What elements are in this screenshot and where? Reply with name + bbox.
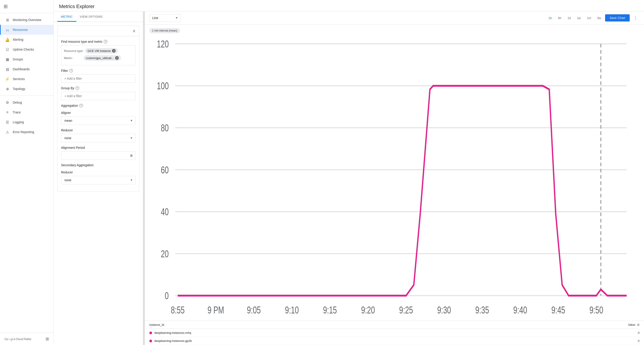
find-resource-label: Find resource type and metric ?: [61, 40, 136, 43]
sidebar-item-label: Groups: [13, 58, 23, 61]
sidebar-nav: ⊞ Monitoring Overview ⚏ Resources 🔔 Aler…: [0, 13, 54, 333]
reducer-label: Reducer: [61, 128, 136, 132]
content-area: METRIC VIEW OPTIONS ∧ Find resource type…: [54, 12, 644, 345]
time-6w-button[interactable]: 6w: [595, 15, 603, 21]
group-by-row: Group By ?: [61, 86, 136, 100]
resources-icon: ⚏: [5, 28, 10, 32]
svg-text:o: o: [8, 337, 10, 341]
sidebar-item-label: Logging: [13, 120, 24, 124]
metric-close[interactable]: ✕: [115, 56, 119, 60]
sidebar-item-debug[interactable]: ⚙ Debug: [0, 98, 54, 107]
alignment-period-input[interactable]: [61, 151, 136, 160]
interval-badge: 1 min interval (mean): [149, 28, 640, 35]
svg-text:100: 100: [157, 80, 169, 91]
grid-icon[interactable]: ⊞: [46, 336, 49, 341]
aligner-row: Aligner mean min max sum count ▼: [61, 111, 136, 125]
debug-icon: ⚙: [5, 100, 10, 105]
svg-text:9:15: 9:15: [323, 304, 337, 315]
legend-table: instance_id Value ⊞ deeplearning-instanc…: [145, 321, 644, 345]
main-content: Metrics Explorer METRIC VIEW OPTIONS ∧: [54, 0, 644, 345]
sidebar-item-logging[interactable]: ☰ Logging: [0, 117, 54, 127]
sidebar: ⊞ Metrics Explorer ⊞ Monitoring Overview…: [0, 0, 54, 345]
logging-icon: ☰: [5, 120, 10, 124]
legend-row[interactable]: deeplearning-instances-gp2b 0: [149, 337, 640, 345]
tab-metric[interactable]: METRIC: [57, 12, 76, 22]
svg-text:8:55: 8:55: [171, 304, 185, 315]
help-icon-filter[interactable]: ?: [69, 69, 73, 73]
sidebar-item-alerting[interactable]: 🔔 Alerting: [0, 35, 54, 45]
sidebar-item-trace[interactable]: ≡ Trace: [0, 107, 54, 117]
legend-instance-2: deeplearning-instances-gp2b: [154, 339, 192, 342]
aligner-select[interactable]: mean min max sum count: [61, 116, 136, 125]
legend-value-col: Value: [628, 323, 635, 326]
svg-text:Cloud Platform: Cloud Platform: [16, 337, 31, 341]
left-panel: METRIC VIEW OPTIONS ∧ Find resource type…: [54, 12, 143, 345]
legend-row[interactable]: deeplearning-instances-nrhq 0: [149, 329, 640, 337]
svg-text:e: e: [14, 337, 15, 341]
svg-text:20: 20: [161, 248, 168, 259]
sidebar-item-groups[interactable]: ▦ Groups: [0, 54, 54, 64]
time-1h-button[interactable]: 1h: [546, 15, 554, 21]
sidebar-item-label: Trace: [13, 111, 20, 114]
svg-text:9 PM: 9 PM: [208, 304, 224, 315]
right-panel: Line Stacked bar Stacked area Heatmap ▼ …: [145, 12, 644, 345]
resource-type-close[interactable]: ✕: [112, 49, 116, 53]
chart-type-select[interactable]: Line Stacked bar Stacked area Heatmap: [149, 14, 181, 22]
help-icon-aggregation[interactable]: ?: [80, 104, 83, 107]
nav-divider: [0, 96, 54, 96]
time-1w-button[interactable]: 1w: [575, 15, 583, 21]
collapse-icon[interactable]: ∧: [132, 29, 136, 33]
svg-text:9:05: 9:05: [247, 304, 261, 315]
svg-text:120: 120: [157, 39, 169, 50]
filter-row: Filter ?: [61, 69, 136, 83]
legend-instance-1: deeplearning-instances-nrhq: [154, 331, 191, 334]
sidebar-item-resources[interactable]: ⚏ Resources: [0, 25, 54, 35]
help-icon-resource[interactable]: ?: [104, 40, 107, 43]
secondary-aggregation-label: Secondary Aggregation: [61, 163, 136, 167]
svg-text:60: 60: [161, 164, 168, 175]
svg-text:9:50: 9:50: [590, 304, 603, 315]
chart-svg: 120 100 80 60 40 20 0 8:55 9 PM 9:05 9:1…: [149, 35, 640, 321]
resource-metric-box: Resource type: GCE VM Instance ✕ Metric:…: [61, 45, 136, 65]
secondary-reducer-select[interactable]: none mean min max: [61, 176, 136, 184]
reducer-select-wrapper: none mean min max sum ▼: [61, 134, 136, 142]
resource-type-chip[interactable]: GCE VM Instance ✕: [85, 48, 118, 54]
sidebar-item-error-reporting[interactable]: ⚠ Error Reporting: [0, 127, 54, 137]
aligner-label: Aligner: [61, 111, 136, 115]
home-icon[interactable]: ⊞: [4, 4, 8, 10]
legend-dot-2: [149, 340, 152, 342]
sidebar-item-dashboards[interactable]: ▤ Dashboards: [0, 64, 54, 74]
sidebar-item-services[interactable]: ⚡ Services: [0, 74, 54, 84]
legend-columns-icon[interactable]: ⊞: [637, 323, 640, 326]
group-by-label: Group By ?: [61, 86, 136, 90]
svg-text:9:25: 9:25: [399, 304, 413, 315]
time-1m-button[interactable]: 1m: [585, 15, 593, 21]
sidebar-item-label: Dashboards: [13, 67, 30, 71]
time-1d-button[interactable]: 1d: [565, 15, 573, 21]
chart-area: 1 min interval (mean) 120 10: [145, 25, 644, 345]
help-icon-group[interactable]: ?: [76, 86, 79, 90]
sidebar-item-topology[interactable]: ⊕ Topology: [0, 84, 54, 94]
save-chart-button[interactable]: Save Chart: [605, 14, 630, 22]
panel-divider[interactable]: [143, 12, 145, 345]
metric-chip[interactable]: custom/gpu_utilizati... ✕: [84, 55, 121, 61]
resource-type-row: Resource type: GCE VM Instance ✕: [64, 48, 132, 54]
sidebar-item-uptime-checks[interactable]: ☑ Uptime Checks: [0, 45, 54, 54]
tab-view-options[interactable]: VIEW OPTIONS: [76, 12, 106, 22]
find-resource-row: Find resource type and metric ? Resource…: [61, 40, 136, 65]
more-options-button[interactable]: ⋮: [632, 14, 640, 22]
svg-text:g: g: [10, 337, 12, 341]
time-6h-button[interactable]: 6h: [556, 15, 564, 21]
sidebar-footer: G o o g l e Cloud Platform ⊞: [0, 333, 54, 345]
filter-input[interactable]: [61, 74, 136, 83]
sidebar-item-label: Monitoring Overview: [13, 18, 41, 22]
reducer-select[interactable]: none mean min max sum: [61, 134, 136, 142]
sidebar-item-monitoring-overview[interactable]: ⊞ Monitoring Overview: [0, 15, 54, 25]
page-title: Metrics Explorer: [59, 4, 639, 10]
svg-text:40: 40: [161, 206, 168, 217]
svg-text:9:20: 9:20: [361, 304, 375, 315]
group-by-input[interactable]: [61, 92, 136, 100]
alignment-period-wrapper: m: [61, 151, 136, 160]
chart-container[interactable]: 120 100 80 60 40 20 0 8:55 9 PM 9:05 9:1…: [149, 35, 640, 321]
svg-text:l: l: [12, 337, 13, 341]
